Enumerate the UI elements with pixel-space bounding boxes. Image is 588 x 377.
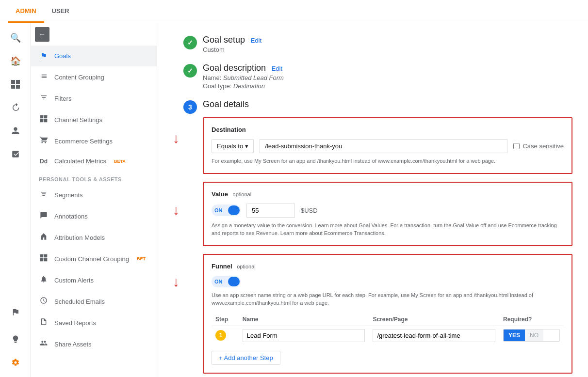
sidebar-item-ecommerce[interactable]: Ecommerce Settings <box>31 130 157 152</box>
sidebar-item-custom-channel-grouping[interactable]: Custom Channel Grouping BET <box>31 248 157 269</box>
value-amount-input[interactable] <box>246 204 295 218</box>
funnel-table: Step Name Screen/Page Required? <box>212 313 564 345</box>
sidebar-item-saved-reports[interactable]: Saved Reports <box>31 312 157 333</box>
funnel-toggle-on-label: ON <box>212 279 225 284</box>
content-grouping-icon <box>39 72 49 82</box>
sidebar-item-calculated-metrics[interactable]: Dd Calculated Metrics BETA <box>31 152 157 171</box>
match-type-select[interactable]: Equals to ▾ <box>212 139 254 153</box>
destination-row: Equals to ▾ Case sensitive <box>212 139 564 153</box>
match-type-arrow: ▾ <box>245 142 248 150</box>
sidebar-item-channel-settings[interactable]: Channel Settings <box>31 109 157 130</box>
beta-badge: BETA <box>114 159 126 164</box>
svg-rect-4 <box>40 115 44 119</box>
arrow-1: ↓ <box>173 132 180 145</box>
step3-content: Goal details Destination Equals to ▾ <box>203 99 572 377</box>
step1-edit-link[interactable]: Edit <box>251 37 261 44</box>
dashboard-icon-btn[interactable] <box>5 74 26 95</box>
sidebar-label-annotations: Annotations <box>54 213 88 220</box>
required-toggle[interactable]: YES NO <box>503 329 560 342</box>
destination-title: Destination <box>212 126 564 133</box>
tab-user[interactable]: USER <box>44 0 77 23</box>
tab-admin[interactable]: ADMIN <box>8 0 44 23</box>
segments-icon <box>39 190 49 200</box>
step1-content: Goal setup Edit Custom <box>203 35 572 53</box>
col-page: Screen/Page <box>369 313 499 326</box>
icon-bar: 🔍 🏠 <box>0 23 31 377</box>
funnel-step-circle: 1 <box>215 330 226 341</box>
funnel-page-input[interactable] <box>373 329 495 342</box>
col-step: Step <box>212 313 239 326</box>
flag-icon-btn[interactable] <box>5 301 26 323</box>
funnel-step-cell: 1 <box>212 326 239 345</box>
sidebar-item-goals[interactable]: ⚑ Goals <box>31 46 157 66</box>
sidebar-item-scheduled-emails[interactable]: Scheduled Emails <box>31 291 157 312</box>
bet-badge: BET <box>137 256 146 261</box>
saved-reports-icon <box>39 318 49 328</box>
funnel-row-1: 1 <box>212 326 564 345</box>
sidebar-item-filters[interactable]: Filters <box>31 88 157 109</box>
svg-rect-5 <box>44 115 48 119</box>
funnel-toggle-thumb <box>228 277 240 286</box>
funnel-toggle-row: ON <box>212 276 564 287</box>
step2-row: ✓ Goal description Edit Name: Submitted … <box>183 63 572 90</box>
sidebar-label-calculated-metrics: Calculated Metrics <box>54 157 106 165</box>
type-value: Destination <box>233 82 265 90</box>
svg-rect-10 <box>40 258 44 262</box>
step2-check: ✓ <box>183 64 197 78</box>
step2-content: Goal description Edit Name: Submitted Le… <box>203 63 572 90</box>
home-icon-btn[interactable]: 🏠 <box>5 50 26 72</box>
case-sensitive-check[interactable]: Case sensitive <box>513 142 564 150</box>
sidebar-back-button[interactable]: ← <box>35 27 49 42</box>
funnel-optional: optional <box>237 264 256 269</box>
case-sensitive-checkbox[interactable] <box>513 143 520 149</box>
funnel-required-cell: YES NO <box>499 326 564 345</box>
step2-sub: Name: Submitted Lead Form <box>203 74 572 81</box>
type-label: Goal type: <box>203 82 233 90</box>
destination-hint: For example, use My Screen for an app an… <box>212 157 564 165</box>
search-icon-btn[interactable]: 🔍 <box>5 27 26 48</box>
main-content: ↓ ↓ ↓ ✓ Goal setup Edit Custom ✓ <box>157 23 588 377</box>
sidebar-label-attribution-models: Attribution Models <box>54 234 105 241</box>
name-label: Name: <box>203 74 223 81</box>
svg-rect-9 <box>44 254 48 258</box>
step2-edit-link[interactable]: Edit <box>272 65 282 72</box>
value-toggle-row: ON $USD <box>212 204 564 218</box>
add-step-button[interactable]: + Add another Step <box>212 351 280 365</box>
value-toggle[interactable]: ON <box>212 204 241 216</box>
step3-row: 3 Goal details Destination Equals to ▾ <box>183 99 572 377</box>
sidebar-label-segments: Segments <box>54 191 83 199</box>
sidebar-item-segments[interactable]: Segments <box>31 184 157 205</box>
settings-icon-btn[interactable] <box>5 352 26 373</box>
svg-rect-2 <box>11 85 15 89</box>
svg-rect-8 <box>40 254 44 258</box>
history-icon-btn[interactable] <box>5 97 26 118</box>
svg-rect-7 <box>44 119 48 123</box>
name-value: Submitted Lead Form <box>223 74 284 81</box>
sidebar-label-share-assets: Share Assets <box>54 341 92 348</box>
yes-button: YES <box>504 330 525 341</box>
sidebar-label-custom-alerts: Custom Alerts <box>54 277 94 284</box>
calculated-metrics-icon: Dd <box>39 158 49 165</box>
no-button: NO <box>525 330 543 341</box>
sidebar-item-custom-alerts[interactable]: Custom Alerts <box>31 269 157 291</box>
funnel-toggle[interactable]: ON <box>212 276 241 287</box>
funnel-name-input[interactable] <box>243 329 365 342</box>
custom-channel-icon <box>39 254 49 264</box>
sidebar-item-annotations[interactable]: Annotations <box>31 205 157 227</box>
goals-flag-icon: ⚑ <box>39 51 49 61</box>
goals-icon-btn[interactable] <box>5 143 26 165</box>
user-icon-btn[interactable] <box>5 120 26 141</box>
sidebar-item-content-grouping[interactable]: Content Grouping <box>31 66 157 88</box>
lightbulb-icon-btn[interactable] <box>5 329 26 350</box>
toggle-on-label: ON <box>212 207 225 213</box>
sidebar-item-share-assets[interactable]: Share Assets <box>31 333 157 355</box>
destination-input[interactable] <box>260 139 507 153</box>
sidebar-item-attribution-models[interactable]: Attribution Models <box>31 227 157 248</box>
step3-title: Goal details <box>203 99 569 110</box>
sidebar-label-ecommerce: Ecommerce Settings <box>54 138 113 145</box>
funnel-name-cell <box>239 326 369 345</box>
personal-tools-section: PERSONAL TOOLS & ASSETS <box>31 171 157 184</box>
step2-type: Goal type: Destination <box>203 82 572 90</box>
sidebar-label-content-grouping: Content Grouping <box>54 74 104 81</box>
arrow-2: ↓ <box>173 204 180 217</box>
